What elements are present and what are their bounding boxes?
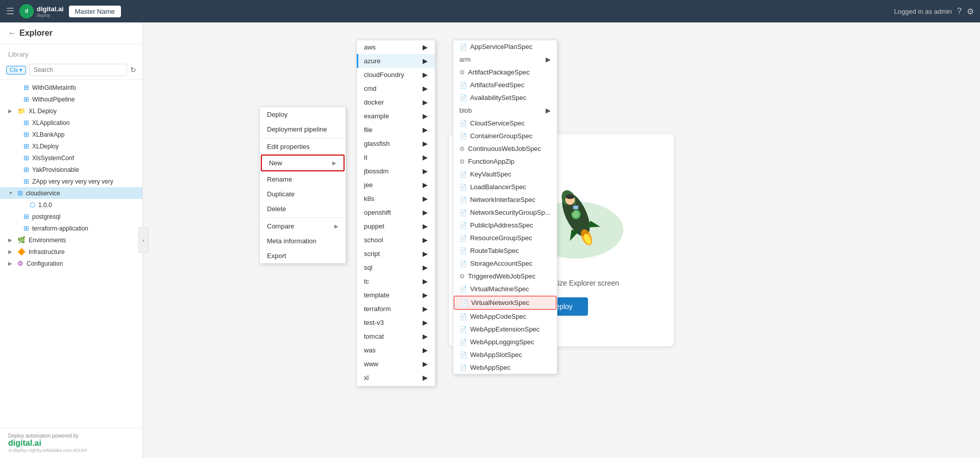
cm2-school[interactable]: school ▶ (357, 233, 435, 247)
tree-item-withoutpipeline[interactable]: ⊞ WithoutPipeline (0, 93, 142, 105)
cm3-storageaccountspec[interactable]: 📄 StorageAccountSpec (453, 257, 557, 270)
cm3-webappspec[interactable]: 📄 WebAppSpec (453, 361, 557, 374)
cm-rename[interactable]: Rename (260, 172, 346, 187)
tree-item-terraform-application[interactable]: ⊞ terraform-application (0, 222, 142, 234)
cm2-cloudfoundry[interactable]: cloudFoundry ▶ (357, 68, 435, 82)
cm3-loadbalancerspec[interactable]: 📄 LoadBalancerSpec (453, 181, 557, 193)
cm3-functionappzip[interactable]: ⚙ FunctionAppZip (453, 155, 557, 168)
cm3-networksecuritygroupspec[interactable]: 📄 NetworkSecurityGroupSp... (453, 206, 557, 219)
tree-item-100[interactable]: ⬡ 1.0.0 (0, 199, 142, 211)
refresh-icon[interactable]: ↻ (130, 66, 136, 74)
cm3-keyvaultspec[interactable]: 📄 KeyVaultSpec (453, 168, 557, 181)
cm-edit-properties[interactable]: Edit properties (260, 139, 346, 154)
cm2-aws-arrow: ▶ (423, 43, 428, 51)
help-icon[interactable]: ? (957, 7, 962, 16)
cm2-tc[interactable]: tc ▶ (357, 274, 435, 288)
cm2-it[interactable]: it ▶ (357, 150, 435, 164)
cm3-publicipaddressspec[interactable]: 📄 PublicIpAddressSpec (453, 219, 557, 232)
cm2-k8s[interactable]: k8s ▶ (357, 192, 435, 206)
cm2-script-arrow: ▶ (423, 250, 428, 258)
cm3-label: StorageAccountSpec (470, 260, 532, 267)
grid-icon: ⊞ (23, 95, 29, 103)
tree-item-xldeploy[interactable]: ⊞ XLDeploy (0, 140, 142, 152)
cm3-arm-arrow: ▶ (546, 56, 551, 63)
cm3-virtualnetworkspec[interactable]: 📄 VirtualNetworkSpec (454, 296, 556, 310)
cm2-aws[interactable]: aws ▶ (357, 40, 435, 54)
cm2-example[interactable]: example ▶ (357, 109, 435, 123)
cm-deployment-pipeline[interactable]: Deployment pipeline (260, 122, 346, 137)
footer-brand: digital.ai (8, 439, 134, 448)
cm3-appserviceplanspec[interactable]: 📄 AppServicePlanSpec (453, 40, 557, 53)
cm2-was[interactable]: was ▶ (357, 343, 435, 357)
cm3-routetablespec[interactable]: 📄 RouteTableSpec (453, 244, 557, 257)
cm-separator1 (260, 138, 346, 138)
cm2-script[interactable]: script ▶ (357, 247, 435, 261)
cm3-blob-header[interactable]: blob ▶ (453, 104, 557, 117)
tree-item-infrastructure[interactable]: ▶ 🔶 Infrastructure (0, 246, 142, 258)
tree-label: XLBankApp (32, 131, 134, 138)
cm3-virtualmachinespec[interactable]: 📄 VirtualMachineSpec (453, 283, 557, 295)
cm2-docker[interactable]: docker ▶ (357, 95, 435, 109)
cm3-artifactpackagespec[interactable]: ⚙ ArtifactPackageSpec (453, 66, 557, 79)
cm-compare[interactable]: Compare ▶ (260, 219, 346, 234)
sidebar-collapse-button[interactable]: ‹ (138, 227, 149, 253)
cm2-cmd[interactable]: cmd ▶ (357, 82, 435, 95)
cm3-resourcegroupspec[interactable]: 📄 ResourceGroupSpec (453, 232, 557, 244)
cm2-glassfish[interactable]: glassfish ▶ (357, 137, 435, 150)
cm3-cloudservicespec[interactable]: 📄 CloudServiceSpec (453, 117, 557, 130)
cm-meta-information[interactable]: Meta information (260, 234, 346, 248)
cm-new[interactable]: New ▶ (261, 155, 345, 171)
cm-export[interactable]: Export (260, 248, 346, 263)
cm2-file[interactable]: file ▶ (357, 123, 435, 137)
cm3-containergroupspec[interactable]: 📄 ContainerGroupSpec (453, 130, 557, 142)
cm3-webappextensionspec[interactable]: 📄 WebAppExtensionSpec (453, 323, 557, 336)
cm3-webapploggingspec[interactable]: 📄 WebAppLoggingSpec (453, 336, 557, 348)
search-input[interactable] (29, 64, 127, 76)
cm2-terraform[interactable]: terraform ▶ (357, 302, 435, 316)
cm3-triggeredwebjobspec[interactable]: ⚙ TriggeredWebJobSpec (453, 270, 557, 283)
cm2-tomcat[interactable]: tomcat ▶ (357, 329, 435, 343)
cm3-artifactsfeedspec[interactable]: 📄 ArtifactsFeedSpec (453, 79, 557, 91)
tree-item-environments[interactable]: ▶ 🌿 Environments (0, 234, 142, 246)
cm2-template[interactable]: template ▶ (357, 288, 435, 302)
cm3-continuouswebjobspec[interactable]: ⚙ ContinuousWebJobSpec (453, 142, 557, 155)
cm3-availabilitysetspec[interactable]: 📄 AvailabilitySetSpec (453, 91, 557, 104)
cm2-xl[interactable]: xl ▶ (357, 371, 435, 385)
cm3-webappslotspec[interactable]: 📄 WebAppSlotSpec (453, 348, 557, 361)
cm2-xl-deploy[interactable]: xl-deploy ▶ (357, 385, 435, 387)
cm3-networkinterfacespec[interactable]: 📄 NetworkInterfaceSpec (453, 193, 557, 206)
tree-item-zapp[interactable]: ⊞ ZApp very very very very very (0, 175, 142, 187)
cm2-www[interactable]: www ▶ (357, 357, 435, 371)
tree-item-withgitmetainfo[interactable]: ⊞ WithGitMetaInfo (0, 82, 142, 93)
tree-item-configuration[interactable]: ▶ ⚙ Configuration (0, 258, 142, 269)
tree-item-xlapplication[interactable]: ⊞ XLApplication (0, 117, 142, 129)
tree-item-postgresql[interactable]: ⊞ postgresql (0, 211, 142, 222)
tree-item-yakprovisionable[interactable]: ⊞ YakProvisionable (0, 164, 142, 175)
cm2-jbossdm[interactable]: jbossdm ▶ (357, 164, 435, 178)
master-name-button[interactable]: Master Name (69, 6, 121, 17)
settings-icon[interactable]: ⚙ (967, 7, 974, 16)
cm-duplicate[interactable]: Duplicate (260, 187, 346, 201)
explorer-title: Explorer (19, 29, 53, 38)
cm-delete[interactable]: Delete (260, 201, 346, 216)
cm3-arm-header[interactable]: arm ▶ (453, 53, 557, 66)
cm2-openshift[interactable]: openshift ▶ (357, 206, 435, 219)
tree-item-xlssystemconf[interactable]: ⊞ XlsSystemConf (0, 152, 142, 164)
cm3-label: AppServicePlanSpec (470, 43, 532, 50)
cm-deploy[interactable]: Deploy (260, 107, 346, 122)
back-icon[interactable]: ← (8, 29, 16, 38)
cm2-jee[interactable]: jee ▶ (357, 178, 435, 192)
cm3-webappcodespec[interactable]: 📄 WebAppCodeSpec (453, 310, 557, 323)
cm2-sql[interactable]: sql ▶ (357, 261, 435, 274)
cm2-test-v3[interactable]: test-v3 ▶ (357, 316, 435, 329)
tree-item-xlbankapp[interactable]: ⊞ XLBankApp (0, 129, 142, 140)
type-badge[interactable]: Cls ▾ (6, 66, 26, 74)
tree-item-xldeploy-folder[interactable]: ▶ 📁 XL Deploy (0, 105, 142, 117)
cm2-azure[interactable]: azure ▶ (357, 54, 435, 68)
library-section: Library (0, 44, 142, 61)
cm2-xl-arrow: ▶ (423, 374, 428, 381)
tree-item-cloudservice[interactable]: ▼ ⊞ cloudservice (0, 187, 142, 199)
cm2-puppet[interactable]: puppet ▶ (357, 219, 435, 233)
hamburger-icon[interactable]: ☰ (6, 6, 14, 17)
doc-icon: 📄 (459, 326, 467, 333)
